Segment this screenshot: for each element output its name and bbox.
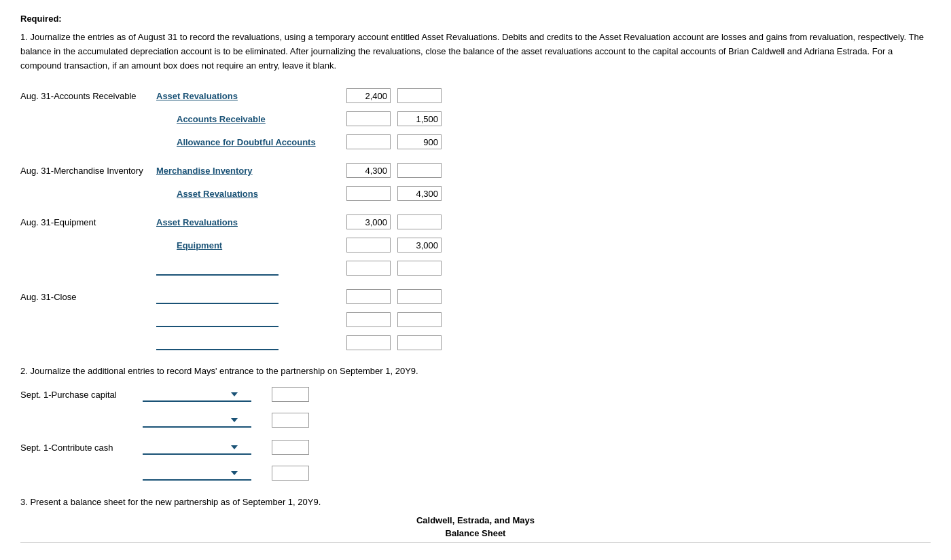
credit-input-close-1[interactable]	[397, 289, 442, 304]
account-asset-revaluations-1[interactable]: Asset Revaluations	[156, 91, 346, 101]
debit-input-eq-3[interactable]	[346, 261, 391, 276]
credit-input-eq-3[interactable]	[397, 261, 442, 276]
debit-input-close-1[interactable]	[346, 289, 391, 304]
entry-close: Aug. 31-Close	[20, 287, 931, 352]
contribute-cash-credit-2[interactable]	[272, 466, 309, 481]
debit-input-mi-2[interactable]	[346, 186, 391, 201]
contribute-cash-debit-1[interactable]	[272, 440, 309, 455]
account-asset-revaluations-3[interactable]: Asset Revaluations	[156, 217, 346, 227]
entry-merchandise-inventory: Aug. 31-Merchandise Inventory Merchandis…	[20, 161, 931, 203]
required-label: Required:	[20, 14, 931, 24]
account-allowance-doubtful[interactable]: Allowance for Doubtful Accounts	[156, 137, 346, 147]
section3: 3. Present a balance sheet for the new p…	[20, 497, 931, 543]
purchase-capital-credit-1[interactable]	[272, 413, 309, 428]
account-merchandise-inventory[interactable]: Merchandise Inventory	[156, 166, 346, 176]
instructions-text: 1. Journalize the entries as of August 3…	[20, 31, 931, 73]
debit-input-close-3[interactable]	[346, 335, 391, 350]
date-label-eq: Aug. 31-Equipment	[20, 217, 156, 227]
debit-input-eq-2[interactable]	[346, 238, 391, 253]
debit-input-close-2[interactable]	[346, 312, 391, 327]
sheet-title: Balance Sheet	[20, 528, 931, 538]
credit-input-ar-1[interactable]	[397, 88, 442, 103]
entry-equipment: Aug. 31-Equipment Asset Revaluations Equ…	[20, 212, 931, 278]
credit-input-eq-1[interactable]	[397, 214, 442, 229]
credit-input-mi-1[interactable]	[397, 163, 442, 178]
account-asset-revaluations-2[interactable]: Asset Revaluations	[156, 189, 346, 199]
contribute-cash-row1: Sept. 1-Contribute cash	[20, 437, 931, 458]
debit-input-ar-1[interactable]	[346, 88, 391, 103]
account-equipment[interactable]: Equipment	[156, 240, 346, 250]
contribute-cash-dropdown-2[interactable]	[143, 466, 251, 481]
date-label-pc: Sept. 1-Purchase capital	[20, 390, 143, 400]
date-label-close: Aug. 31-Close	[20, 292, 156, 302]
date-label-mi: Aug. 31-Merchandise Inventory	[20, 166, 156, 176]
purchase-capital-dropdown-1[interactable]	[143, 387, 251, 402]
debit-input-ar-2[interactable]	[346, 111, 391, 126]
contribute-cash-dropdown-1[interactable]	[143, 440, 251, 455]
date-label-cc: Sept. 1-Contribute cash	[20, 443, 143, 453]
credit-input-eq-2[interactable]	[397, 238, 442, 253]
purchase-capital-row1: Sept. 1-Purchase capital	[20, 384, 931, 405]
debit-input-mi-1[interactable]	[346, 163, 391, 178]
section2: 2. Journalize the additional entries to …	[20, 366, 931, 483]
credit-input-close-2[interactable]	[397, 312, 442, 327]
credit-input-mi-2[interactable]	[397, 186, 442, 201]
purchase-capital-dropdown-2[interactable]	[143, 413, 251, 428]
section3-instruction: 3. Present a balance sheet for the new p…	[20, 497, 931, 507]
credit-input-ar-2[interactable]	[397, 111, 442, 126]
debit-input-eq-1[interactable]	[346, 214, 391, 229]
account-accounts-receivable[interactable]: Accounts Receivable	[156, 114, 346, 124]
purchase-capital-row2	[20, 410, 931, 430]
credit-input-ar-3[interactable]	[397, 134, 442, 149]
date-label-ar: Aug. 31-Accounts Receivable	[20, 91, 156, 101]
credit-input-close-3[interactable]	[397, 335, 442, 350]
journal-entries-section: Aug. 31-Accounts Receivable Asset Revalu…	[20, 86, 931, 352]
entry-accounts-receivable: Aug. 31-Accounts Receivable Asset Revalu…	[20, 86, 931, 151]
purchase-capital-debit-1[interactable]	[272, 387, 309, 402]
balance-sheet-divider	[20, 542, 931, 543]
contribute-cash-row2	[20, 463, 931, 483]
debit-input-ar-3[interactable]	[346, 134, 391, 149]
section2-instruction: 2. Journalize the additional entries to …	[20, 366, 931, 376]
company-name: Caldwell, Estrada, and Mays	[20, 515, 931, 525]
